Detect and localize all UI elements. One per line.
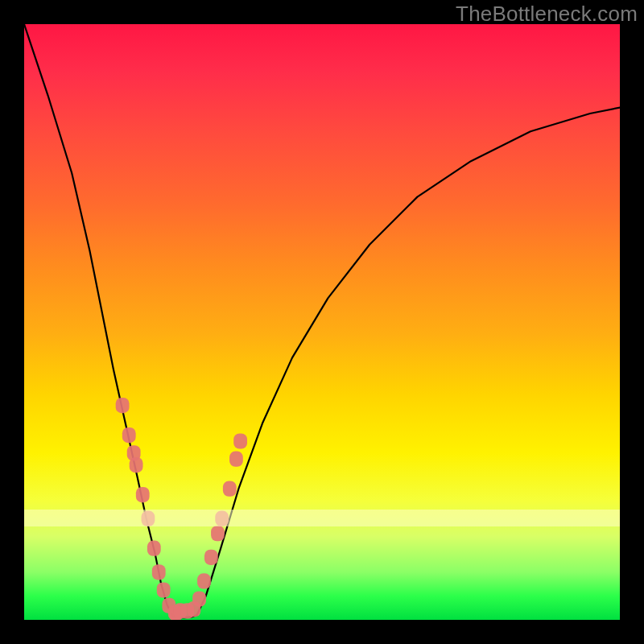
data-marker: [157, 582, 171, 597]
pale-band: [24, 510, 620, 526]
data-marker: [152, 564, 166, 580]
data-marker: [136, 487, 150, 502]
data-marker: [130, 457, 143, 473]
curve-layer: [24, 24, 620, 620]
bottleneck-curve-curve_right: [197, 108, 620, 615]
chart-canvas: TheBottleneck.com: [0, 0, 644, 644]
data-marker: [229, 452, 243, 467]
data-marker: [116, 398, 130, 413]
data-marker: [197, 573, 211, 588]
watermark-text: TheBottleneck.com: [456, 2, 638, 27]
data-marker: [192, 592, 206, 607]
plot-area: [24, 24, 620, 620]
data-marker: [233, 433, 247, 448]
data-marker: [122, 427, 136, 443]
data-marker: [211, 526, 225, 541]
data-marker: [147, 541, 161, 556]
bottleneck-curve-curve_left: [24, 24, 173, 617]
data-marker: [204, 550, 218, 565]
data-marker: [223, 481, 237, 497]
